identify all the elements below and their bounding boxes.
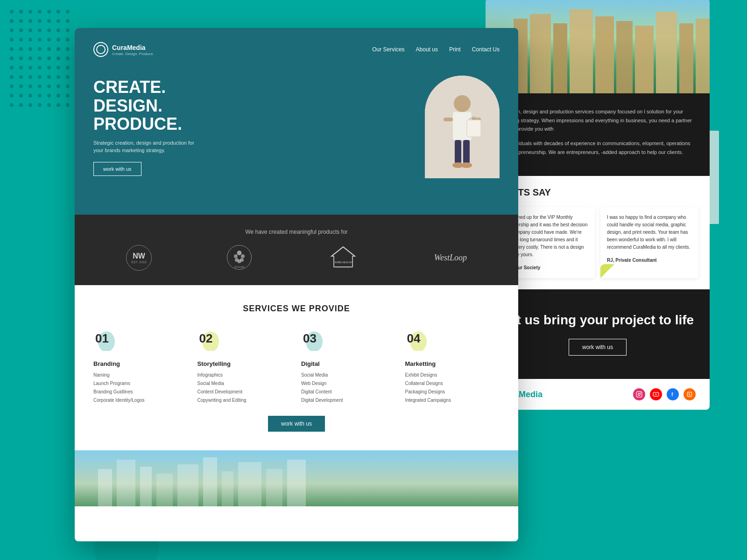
svg-point-49 xyxy=(10,75,14,79)
list-item: Naming xyxy=(93,371,188,379)
nav-links: Our Services About us Print Contact Us xyxy=(372,46,500,53)
svg-point-7 xyxy=(10,19,14,23)
svg-point-38 xyxy=(38,56,42,60)
hero-cta-button[interactable]: work with us xyxy=(93,162,141,176)
svg-point-15 xyxy=(19,28,23,32)
svg-rect-118 xyxy=(530,14,551,93)
svg-rect-110 xyxy=(203,457,217,506)
svg-point-64 xyxy=(19,94,23,98)
svg-rect-111 xyxy=(222,471,233,506)
svg-text:f: f xyxy=(671,392,673,397)
service-marketing-name: Marketting xyxy=(405,360,500,367)
list-item: Corporate Identity/Logos xyxy=(93,396,188,405)
svg-line-96 xyxy=(331,247,343,256)
svg-point-5 xyxy=(56,10,60,14)
svg-point-11 xyxy=(47,19,51,23)
nav-print[interactable]: Print xyxy=(449,46,461,53)
list-item: Launch Programs xyxy=(93,379,188,388)
nav-about[interactable]: About us xyxy=(416,46,438,53)
svg-point-68 xyxy=(56,94,60,98)
svg-point-60 xyxy=(47,84,51,88)
svg-point-93 xyxy=(237,259,241,263)
youtube-svg xyxy=(653,391,659,398)
svg-rect-80 xyxy=(444,118,453,121)
svg-point-72 xyxy=(28,103,32,107)
hero-content: CREATE. DESIGN. PRODUCE. Strategic creat… xyxy=(93,76,500,178)
svg-point-3 xyxy=(38,10,42,14)
instagram-icon[interactable] xyxy=(633,388,645,400)
svg-point-56 xyxy=(10,84,14,88)
logo-name: CuraMedia xyxy=(112,44,146,51)
testimonial-cards: We signed up for the VIP Monthly Members… xyxy=(497,207,698,278)
service-branding-list: Naming Launch Programs Branding Guidline… xyxy=(93,371,188,405)
svg-rect-108 xyxy=(156,474,173,506)
rp-cta-section: Let us bring your project to life work w… xyxy=(486,289,710,379)
svg-point-66 xyxy=(38,94,42,98)
cta-button[interactable]: work with us xyxy=(569,339,627,356)
svg-point-55 xyxy=(66,75,70,79)
bottom-city-image xyxy=(75,450,518,506)
svg-point-50 xyxy=(19,75,23,79)
svg-point-30 xyxy=(28,47,32,51)
svg-rect-114 xyxy=(287,460,306,506)
client-westloop-logo: WestLoop xyxy=(434,253,467,263)
client-jill-logo: Jill Arnald xyxy=(226,245,252,271)
svg-point-10 xyxy=(38,19,42,23)
logo-area: CuraMedia Create. Design. Produce. xyxy=(93,42,154,57)
svg-point-9 xyxy=(28,19,32,23)
nw-logo-text: NW xyxy=(133,252,145,260)
nav-services[interactable]: Our Services xyxy=(372,46,404,53)
svg-rect-83 xyxy=(463,140,470,163)
svg-rect-84 xyxy=(467,120,481,137)
service-02-number: 02 xyxy=(199,331,213,346)
svg-point-61 xyxy=(56,84,60,88)
svg-rect-126 xyxy=(696,19,710,93)
headline-line1: CREATE. xyxy=(93,77,166,97)
list-item: Collateral Designs xyxy=(405,379,500,388)
service-storytelling-list: Infographics Social Media Content Develo… xyxy=(197,371,292,405)
svg-marker-95 xyxy=(331,247,355,267)
headline-line3: PRODUCE. xyxy=(93,114,182,133)
list-item: Integrated Campaigns xyxy=(405,396,500,405)
list-item: Social Media xyxy=(197,379,292,388)
svg-rect-123 xyxy=(635,26,654,93)
nav-contact[interactable]: Contact Us xyxy=(472,46,500,53)
testimonial-text-2: I was so happy to find a company who cou… xyxy=(607,214,692,251)
svg-point-20 xyxy=(66,28,70,32)
hero-section: CuraMedia Create. Design. Produce. Our S… xyxy=(75,28,518,215)
service-storytelling-name: Storytelling xyxy=(197,360,292,367)
list-item: Copywriting and Editing xyxy=(197,396,292,405)
svg-point-73 xyxy=(38,103,42,107)
svg-rect-109 xyxy=(177,464,198,506)
svg-point-86 xyxy=(461,162,472,168)
rp-about-text1: ic creation, design and production servi… xyxy=(497,107,698,133)
blogger-icon[interactable] xyxy=(684,388,696,400)
hero-subtext: Strategic creation, design and productio… xyxy=(93,139,196,154)
youtube-icon[interactable] xyxy=(650,388,662,400)
svg-point-29 xyxy=(19,47,23,51)
svg-point-34 xyxy=(66,47,70,51)
hero-text: CREATE. DESIGN. PRODUCE. Strategic creat… xyxy=(93,78,196,176)
list-item: Content Development xyxy=(197,388,292,396)
svg-point-128 xyxy=(638,393,641,396)
svg-rect-122 xyxy=(616,21,633,93)
right-panel: ic creation, design and production servi… xyxy=(486,0,710,410)
westloop-text: WestLoop xyxy=(434,253,467,262)
services-cta-button[interactable]: work with us xyxy=(268,416,325,432)
svg-point-14 xyxy=(10,28,14,32)
svg-rect-124 xyxy=(656,12,677,93)
svg-point-46 xyxy=(47,66,51,70)
svg-rect-135 xyxy=(689,395,691,395)
service-storytelling: 02 Storytelling Infographics Social Medi… xyxy=(197,328,292,405)
svg-point-74 xyxy=(47,103,51,107)
facebook-icon[interactable]: f xyxy=(667,388,679,400)
svg-point-36 xyxy=(19,56,23,60)
svg-text:HOME HEALTH: HOME HEALTH xyxy=(335,261,352,264)
svg-line-97 xyxy=(343,247,355,256)
svg-point-8 xyxy=(19,19,23,23)
list-item: Digital Development xyxy=(301,396,396,405)
svg-point-12 xyxy=(56,19,60,23)
svg-rect-107 xyxy=(140,467,152,506)
svg-point-51 xyxy=(28,75,32,79)
svg-point-89 xyxy=(234,254,238,258)
